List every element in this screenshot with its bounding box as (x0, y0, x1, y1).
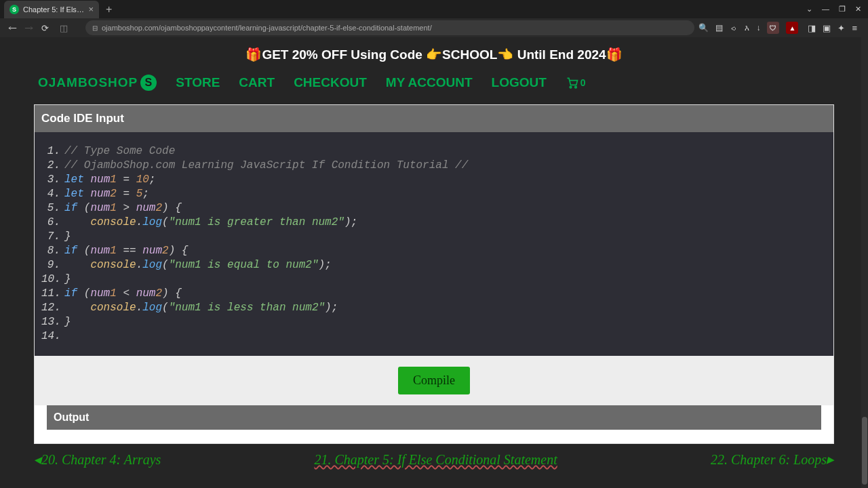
site-info-icon[interactable]: ⊟ (92, 24, 98, 32)
download-icon[interactable]: ↓ (756, 23, 760, 33)
next-chapter-link[interactable]: 22. Chapter 6: Loops▶ (711, 452, 834, 468)
new-tab-button[interactable]: + (106, 3, 112, 16)
ide-container: Code IDE Input 1// Type Some Code 2// Oj… (34, 104, 834, 444)
scrollbar-thumb[interactable] (862, 417, 867, 485)
prev-chapter-link[interactable]: ◀20. Chapter 4: Arrays (34, 452, 161, 468)
svg-point-0 (570, 86, 572, 88)
window-controls: ⌄ — ❐ ✕ (806, 5, 868, 14)
brand-logo[interactable]: OJAMBOSHOP S (38, 75, 157, 91)
panel-icon[interactable]: ▣ (823, 23, 831, 33)
chevron-down-icon[interactable]: ⌄ (806, 5, 812, 14)
code-editor[interactable]: 1// Type Some Code 2// OjamboShop.com Le… (35, 132, 833, 356)
tab-bar: S Chapter 5: If Else Condition × + ⌄ — ❐… (0, 0, 868, 18)
arrow-right-icon: ▶ (827, 454, 834, 466)
cart-count: 0 (580, 77, 586, 88)
brand-logo-icon: S (140, 75, 157, 91)
nav-cart[interactable]: CART (239, 75, 275, 90)
current-chapter-link[interactable]: 21. Chapter 5: If Else Conditional State… (314, 452, 557, 468)
address-bar: 🡐 🡒 ⟳ ◫ ⊟ ojamboshop.com/ojamboshoppayco… (0, 18, 868, 37)
nav-store[interactable]: STORE (176, 75, 220, 90)
promo-banner: 🎁GET 20% OFF Using Code 👉SCHOOL👈 Until E… (0, 37, 868, 69)
extension-icon-1[interactable]: 🛡 (767, 22, 779, 34)
nav-checkout[interactable]: CHECKOUT (294, 75, 367, 90)
extension-icon-2[interactable]: ▲ (786, 22, 798, 34)
reload-button[interactable]: ⟳ (38, 21, 52, 35)
maximize-icon[interactable]: ❐ (839, 5, 846, 14)
browser-chrome: S Chapter 5: If Else Condition × + ⌄ — ❐… (0, 0, 868, 37)
back-button[interactable]: 🡐 (5, 21, 19, 35)
brand-text: OJAMBOSHOP (38, 75, 138, 90)
next-chapter-label: 22. Chapter 6: Loops (711, 452, 827, 468)
menu-icon[interactable]: ≡ (852, 23, 857, 33)
main-nav: OJAMBOSHOP S STORE CART CHECKOUT MY ACCO… (0, 69, 868, 104)
cart-badge[interactable]: 0 (566, 76, 586, 89)
nav-logout[interactable]: LOGOUT (492, 75, 547, 90)
scrollbar[interactable] (861, 37, 868, 488)
page-content: 🎁GET 20% OFF Using Code 👉SCHOOL👈 Until E… (0, 37, 868, 488)
sidebar-icon[interactable]: ◨ (808, 23, 816, 33)
share-icon[interactable]: ⪦ (730, 23, 738, 33)
url-text: ojamboshop.com/ojamboshoppaycontent/lear… (102, 24, 688, 32)
prev-chapter-label: 20. Chapter 4: Arrays (41, 452, 161, 468)
promo-text: 🎁GET 20% OFF Using Code 👉SCHOOL👈 Until E… (245, 47, 622, 62)
window-close-icon[interactable]: ✕ (855, 5, 861, 14)
reader-icon[interactable]: ▤ (715, 23, 723, 33)
url-input[interactable]: ⊟ ojamboshop.com/ojamboshoppaycontent/le… (85, 20, 694, 35)
svg-point-1 (575, 86, 577, 88)
close-icon[interactable]: × (88, 4, 94, 14)
ide-input-header: Code IDE Input (35, 105, 833, 132)
bookmark-icon[interactable]: ◫ (60, 23, 68, 33)
browser-tab[interactable]: S Chapter 5: If Else Condition × (4, 1, 99, 18)
pagination: ◀20. Chapter 4: Arrays 21. Chapter 5: If… (0, 444, 868, 468)
minimize-icon[interactable]: — (822, 5, 829, 14)
rss-icon[interactable]: እ (745, 23, 749, 33)
ide-output-header: Output (47, 405, 821, 430)
favicon-icon: S (9, 5, 19, 14)
compile-button[interactable]: Compile (398, 367, 470, 394)
forward-button[interactable]: 🡒 (22, 21, 35, 35)
cart-icon (566, 76, 579, 89)
nav-account[interactable]: MY ACCOUNT (386, 75, 473, 90)
extensions-icon[interactable]: ✦ (837, 23, 845, 33)
zoom-icon[interactable]: 🔍 (698, 23, 709, 33)
tab-title: Chapter 5: If Else Condition (23, 5, 84, 14)
compile-section: Compile (35, 356, 833, 405)
arrow-left-icon: ◀ (34, 454, 41, 466)
